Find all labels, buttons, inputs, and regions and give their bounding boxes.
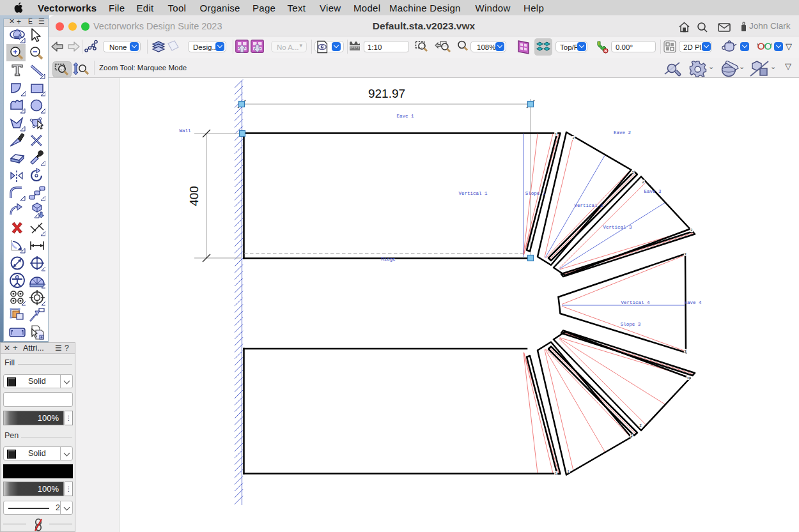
svg-text:Vertical 3: Vertical 3 <box>603 225 632 230</box>
svg-text:3: 3 <box>690 228 693 232</box>
svg-text:3: 3 <box>684 349 687 354</box>
svg-text:1: 1 <box>567 469 570 474</box>
svg-text:3: 3 <box>687 376 689 381</box>
svg-text:2: 2 <box>630 434 633 438</box>
svg-text:2: 2 <box>639 423 642 428</box>
svg-text:2: 2 <box>632 171 634 175</box>
svg-text:Vertical 2: Vertical 2 <box>574 203 603 208</box>
svg-text:Eave 1: Eave 1 <box>396 114 414 119</box>
svg-text:3: 3 <box>684 252 687 257</box>
svg-text:Vertical 4: Vertical 4 <box>621 300 650 305</box>
svg-text:1: 1 <box>555 132 557 137</box>
svg-text:Ridge: Ridge <box>381 257 396 262</box>
svg-text:2: 2 <box>642 180 644 185</box>
svg-text:Eave 4: Eave 4 <box>684 300 702 305</box>
svg-text:921.97: 921.97 <box>368 87 405 100</box>
svg-text:Vertical 1: Vertical 1 <box>458 191 488 196</box>
svg-text:400: 400 <box>187 186 201 206</box>
svg-text:Slope 2: Slope 2 <box>525 191 546 196</box>
svg-text:1: 1 <box>555 471 557 476</box>
svg-text:Eave 2: Eave 2 <box>614 130 631 135</box>
svg-text:2: 2 <box>572 136 575 141</box>
svg-text:Slope 3: Slope 3 <box>621 322 641 327</box>
svg-text:Wall: Wall <box>179 128 191 133</box>
svg-text:Eave 3: Eave 3 <box>644 189 662 194</box>
